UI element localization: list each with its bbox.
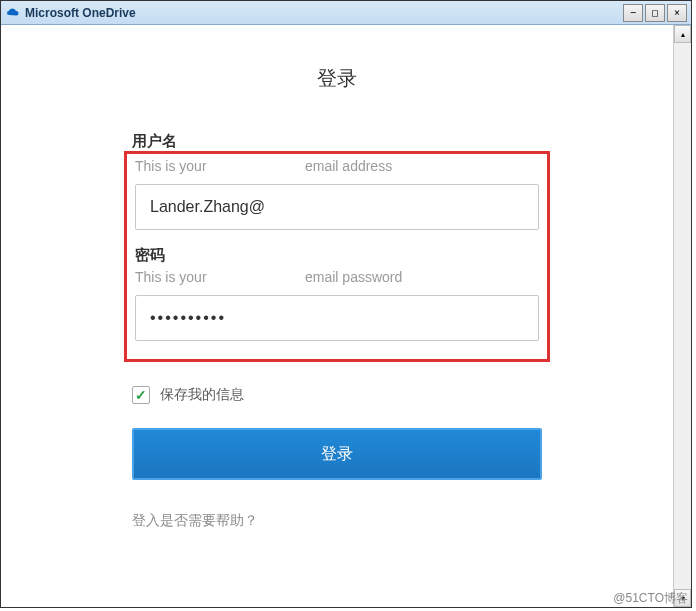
password-hint: This is your email password [135, 269, 539, 285]
window-controls: − □ × [623, 4, 687, 22]
minimize-button[interactable]: − [623, 4, 643, 22]
window-title: Microsoft OneDrive [25, 6, 623, 20]
username-hint: This is your email address [135, 158, 539, 174]
password-input[interactable] [135, 295, 539, 341]
remember-row: ✓ 保存我的信息 [132, 386, 542, 404]
titlebar: Microsoft OneDrive − □ × [1, 1, 691, 25]
remember-label: 保存我的信息 [160, 386, 244, 404]
remember-checkbox[interactable]: ✓ [132, 386, 150, 404]
login-button[interactable]: 登录 [132, 428, 542, 480]
checkmark-icon: ✓ [135, 387, 147, 403]
password-label: 密码 [135, 246, 539, 265]
password-hint-left: This is your [135, 269, 305, 285]
close-button[interactable]: × [667, 4, 687, 22]
vertical-scrollbar[interactable]: ▴ ▾ [673, 25, 691, 607]
help-link[interactable]: 登入是否需要帮助？ [132, 512, 542, 530]
username-input[interactable] [135, 184, 539, 230]
username-label: 用户名 [132, 132, 542, 151]
highlight-annotation: This is your email address 密码 This is yo… [124, 151, 550, 362]
content-area: ▴ ▾ 登录 用户名 This is your email address 密码 [1, 25, 691, 607]
login-heading: 登录 [1, 65, 673, 92]
maximize-button[interactable]: □ [645, 4, 665, 22]
login-form: 用户名 This is your email address 密码 This i… [132, 132, 542, 530]
scroll-up-button[interactable]: ▴ [674, 25, 691, 43]
username-hint-right: email address [305, 158, 392, 174]
login-panel: 登录 用户名 This is your email address 密码 Thi… [1, 25, 673, 530]
password-hint-right: email password [305, 269, 402, 285]
app-window: Microsoft OneDrive − □ × ▴ ▾ 登录 用户名 This… [0, 0, 692, 608]
username-hint-left: This is your [135, 158, 305, 174]
onedrive-icon [5, 5, 21, 21]
watermark: @51CTO博客 [613, 590, 688, 607]
